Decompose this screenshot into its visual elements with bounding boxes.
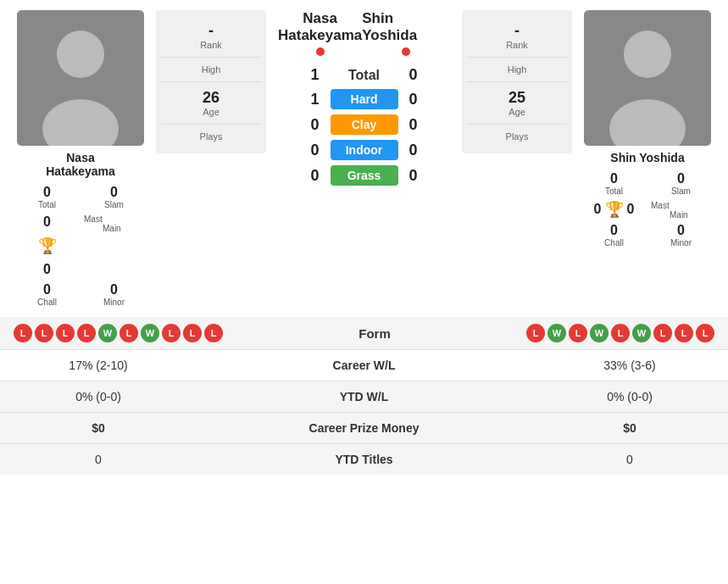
form-badge-left: L [119, 324, 138, 342]
center-match-section: Nasa Hatakeyama Shin Yoshida 1 Total 0 1… [270, 10, 458, 191]
ytd-titles-row: 0 YTD Titles 0 [0, 443, 728, 475]
right-flag [402, 47, 410, 56]
right-age-block: 25 Age [467, 82, 567, 125]
right-player-name: Shin Yoshida [610, 151, 684, 164]
form-badge-left: W [141, 324, 159, 342]
left-flag [316, 47, 325, 56]
right-form-badges: LWLWLWLLL [526, 324, 714, 342]
main-container: NasaHatakeyama 0 Total 0 Slam 0 🏆 0 [0, 0, 728, 475]
form-section: LLLLWLWLLL Form LWLWLWLLL [0, 317, 728, 349]
trophy-icon-left: 🏆 [38, 236, 57, 255]
form-badge-left: L [183, 324, 202, 342]
left-stats-card: - Rank High 26 Age Plays [156, 10, 266, 153]
trophy-icon-right: 🏆 [605, 200, 624, 219]
stats-rows: 17% (2-10) Career W/L 33% (3-6) 0% (0-0)… [0, 349, 728, 475]
right-player-header: Shin Yoshida [362, 10, 450, 63]
left-mast-stat: 0 🏆 0 [17, 214, 77, 277]
right-rank-block: - Rank [467, 15, 567, 58]
left-player-avatar [17, 10, 144, 146]
form-badge-left: L [162, 324, 181, 342]
svg-point-4 [624, 31, 671, 78]
right-chall-stat: 0 Chall [584, 223, 644, 248]
grass-badge: Grass [331, 165, 398, 186]
left-chall-stat: 0 Chall [17, 282, 77, 307]
right-high-block: High [467, 58, 567, 82]
left-total-stat: 0 Total [17, 185, 77, 209]
prize-row: $0 Career Prize Money $0 [0, 412, 728, 443]
right-slam-stat: 0 Slam [651, 171, 711, 196]
left-minor-stat: 0 Minor [84, 282, 144, 307]
right-player-section: Shin Yoshida 0 Total 0 Slam 0 🏆 0 [575, 10, 720, 248]
form-badge-right: L [569, 324, 587, 342]
clay-row: 0 Clay 0 [270, 114, 458, 135]
right-main-stat: 0 [627, 202, 635, 217]
form-badge-left: L [14, 324, 32, 342]
hard-row: 1 Hard 0 [270, 89, 458, 109]
total-row: 1 Total 0 [270, 66, 458, 84]
form-badge-left: L [35, 324, 53, 342]
form-badge-right: L [653, 324, 672, 342]
right-total-stat: 0 Total [584, 171, 644, 196]
form-badge-right: W [590, 324, 609, 342]
left-form-badges: LLLLWLWLLL [14, 324, 223, 342]
form-badge-right: W [632, 324, 651, 342]
left-rank-block: - Rank [161, 15, 261, 58]
indoor-row: 0 Indoor 0 [270, 140, 458, 160]
left-player-header: Nasa Hatakeyama [278, 10, 362, 63]
form-badge-left: L [56, 324, 75, 342]
form-badge-right: L [675, 324, 693, 342]
form-label: Form [358, 326, 391, 341]
form-badge-right: L [526, 324, 545, 342]
career-wl-row: 17% (2-10) Career W/L 33% (3-6) [0, 349, 728, 381]
grass-row: 0 Grass 0 [270, 165, 458, 186]
form-badge-left: L [77, 324, 96, 342]
left-age-block: 26 Age [161, 82, 261, 125]
form-badge-left: W [98, 324, 117, 342]
right-mast-stat: 0 [594, 202, 602, 217]
form-badge-right: W [547, 324, 566, 342]
indoor-badge: Indoor [331, 140, 398, 160]
clay-badge: Clay [331, 114, 398, 135]
left-plays-block: Plays [161, 125, 261, 148]
form-badge-left: L [204, 324, 223, 342]
right-plays-block: Plays [467, 125, 567, 148]
left-player-name: NasaHatakeyama [46, 151, 115, 178]
ytd-wl-row: 0% (0-0) YTD W/L 0% (0-0) [0, 381, 728, 412]
right-stats-card: - Rank High 25 Age Plays [462, 10, 572, 153]
left-high-block: High [161, 58, 261, 82]
right-minor-stat: 0 Minor [651, 223, 711, 248]
svg-point-1 [57, 31, 104, 78]
left-slam-stat: 0 Slam [84, 185, 144, 209]
left-player-section: NasaHatakeyama 0 Total 0 Slam 0 🏆 0 [8, 10, 153, 307]
form-badge-right: L [696, 324, 714, 342]
hard-badge: Hard [331, 89, 398, 109]
right-player-avatar [584, 10, 711, 146]
form-badge-right: L [611, 324, 630, 342]
